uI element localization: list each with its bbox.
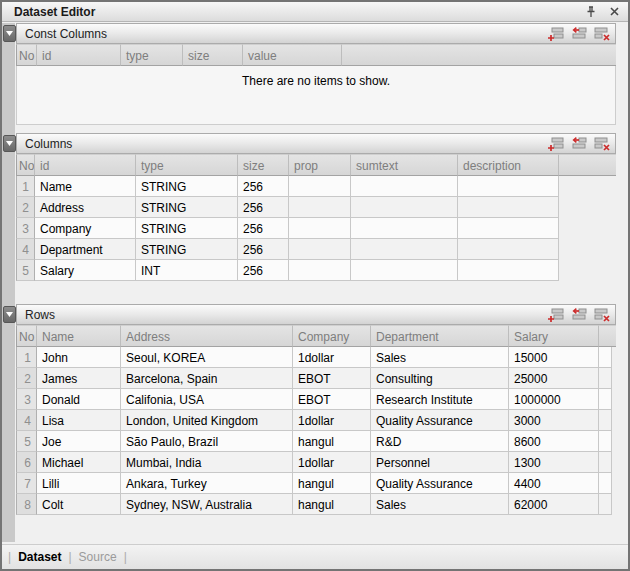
cell[interactable]: Address xyxy=(35,197,136,218)
cell[interactable]: London, United Kingdom xyxy=(121,410,293,431)
add-row-button[interactable] xyxy=(547,307,565,323)
cell[interactable]: EBOT xyxy=(293,368,371,389)
cell[interactable]: Colt xyxy=(37,494,121,515)
cell[interactable] xyxy=(351,260,458,281)
cell[interactable]: Name xyxy=(35,176,136,197)
column-header[interactable]: Address xyxy=(121,325,293,347)
column-header[interactable]: id xyxy=(37,44,121,66)
cell[interactable]: STRING xyxy=(136,218,238,239)
column-header[interactable]: prop xyxy=(289,154,351,176)
cell[interactable]: Seoul, KOREA xyxy=(121,347,293,368)
add-row-button[interactable] xyxy=(547,136,565,152)
row-number-cell[interactable]: 3 xyxy=(16,389,37,410)
column-header[interactable]: No xyxy=(16,44,37,66)
cell[interactable]: Quality Assurance xyxy=(371,410,509,431)
cell[interactable]: Personnel xyxy=(371,452,509,473)
column-header[interactable]: sumtext xyxy=(351,154,458,176)
cell[interactable]: Ankara, Turkey xyxy=(121,473,293,494)
cell[interactable]: 256 xyxy=(238,239,289,260)
cell[interactable]: Company xyxy=(35,218,136,239)
cell[interactable]: Lisa xyxy=(37,410,121,431)
cell[interactable]: Donald xyxy=(37,389,121,410)
cell[interactable]: 4400 xyxy=(509,473,599,494)
cell[interactable]: John xyxy=(37,347,121,368)
cell[interactable] xyxy=(289,176,351,197)
collapse-section-button[interactable] xyxy=(3,306,16,323)
cell[interactable]: 62000 xyxy=(509,494,599,515)
cell[interactable]: São Paulo, Brazil xyxy=(121,431,293,452)
cell[interactable]: Joe xyxy=(37,431,121,452)
cell[interactable]: Consulting xyxy=(371,368,509,389)
cell[interactable]: R&D xyxy=(371,431,509,452)
cell[interactable]: 256 xyxy=(238,218,289,239)
column-header[interactable]: Salary xyxy=(509,325,599,347)
delete-row-button[interactable] xyxy=(593,307,611,323)
cell[interactable]: hangul xyxy=(293,494,371,515)
cell[interactable]: hangul xyxy=(293,473,371,494)
tab-source[interactable]: Source xyxy=(79,550,117,564)
tab-dataset[interactable]: Dataset xyxy=(18,550,61,564)
cell[interactable]: Sydney, NSW, Australia xyxy=(121,494,293,515)
insert-row-button[interactable] xyxy=(570,136,588,152)
cell[interactable] xyxy=(351,176,458,197)
cell[interactable] xyxy=(458,197,559,218)
column-header[interactable]: size xyxy=(238,154,289,176)
cell[interactable] xyxy=(458,239,559,260)
row-number-cell[interactable]: 7 xyxy=(16,473,37,494)
cell[interactable] xyxy=(289,239,351,260)
column-header[interactable]: No xyxy=(16,325,37,347)
row-number-cell[interactable]: 3 xyxy=(16,218,35,239)
column-header[interactable]: size xyxy=(183,44,243,66)
collapse-section-button[interactable] xyxy=(3,25,16,42)
cell[interactable]: 1300 xyxy=(509,452,599,473)
cell[interactable] xyxy=(289,218,351,239)
row-number-cell[interactable]: 1 xyxy=(16,347,37,368)
cell[interactable]: Mumbai, India xyxy=(121,452,293,473)
cell[interactable] xyxy=(458,260,559,281)
cell[interactable]: STRING xyxy=(136,197,238,218)
insert-row-button[interactable] xyxy=(570,26,588,42)
cell[interactable] xyxy=(351,239,458,260)
cell[interactable]: Califonia, USA xyxy=(121,389,293,410)
cell[interactable] xyxy=(289,260,351,281)
cell[interactable]: 1000000 xyxy=(509,389,599,410)
cell[interactable]: Lilli xyxy=(37,473,121,494)
delete-row-button[interactable] xyxy=(593,136,611,152)
delete-row-button[interactable] xyxy=(593,26,611,42)
add-row-button[interactable] xyxy=(547,26,565,42)
cell[interactable] xyxy=(351,197,458,218)
cell[interactable]: 3000 xyxy=(509,410,599,431)
cell[interactable]: EBOT xyxy=(293,389,371,410)
cell[interactable] xyxy=(458,176,559,197)
cell[interactable]: 256 xyxy=(238,176,289,197)
cell[interactable]: INT xyxy=(136,260,238,281)
column-header[interactable]: Company xyxy=(293,325,371,347)
pin-button[interactable] xyxy=(584,5,598,19)
row-number-cell[interactable]: 8 xyxy=(16,494,37,515)
column-header[interactable]: type xyxy=(121,44,183,66)
row-number-cell[interactable]: 2 xyxy=(16,197,35,218)
cell[interactable]: 25000 xyxy=(509,368,599,389)
column-header[interactable]: value xyxy=(243,44,342,66)
row-number-cell[interactable]: 4 xyxy=(16,410,37,431)
cell[interactable]: hangul xyxy=(293,431,371,452)
column-header[interactable]: No xyxy=(16,154,35,176)
column-header[interactable]: description xyxy=(458,154,559,176)
cell[interactable]: Department xyxy=(35,239,136,260)
cell[interactable]: Sales xyxy=(371,494,509,515)
row-number-cell[interactable]: 6 xyxy=(16,452,37,473)
row-number-cell[interactable]: 5 xyxy=(16,260,35,281)
cell[interactable]: 15000 xyxy=(509,347,599,368)
cell[interactable] xyxy=(289,197,351,218)
row-number-cell[interactable]: 4 xyxy=(16,239,35,260)
column-header[interactable]: Department xyxy=(371,325,509,347)
cell[interactable]: Research Institute xyxy=(371,389,509,410)
collapse-section-button[interactable] xyxy=(3,135,16,152)
cell[interactable]: Quality Assurance xyxy=(371,473,509,494)
column-header[interactable]: type xyxy=(136,154,238,176)
cell[interactable] xyxy=(458,218,559,239)
row-number-cell[interactable]: 2 xyxy=(16,368,37,389)
cell[interactable]: Salary xyxy=(35,260,136,281)
cell[interactable]: 256 xyxy=(238,197,289,218)
cell[interactable]: 256 xyxy=(238,260,289,281)
